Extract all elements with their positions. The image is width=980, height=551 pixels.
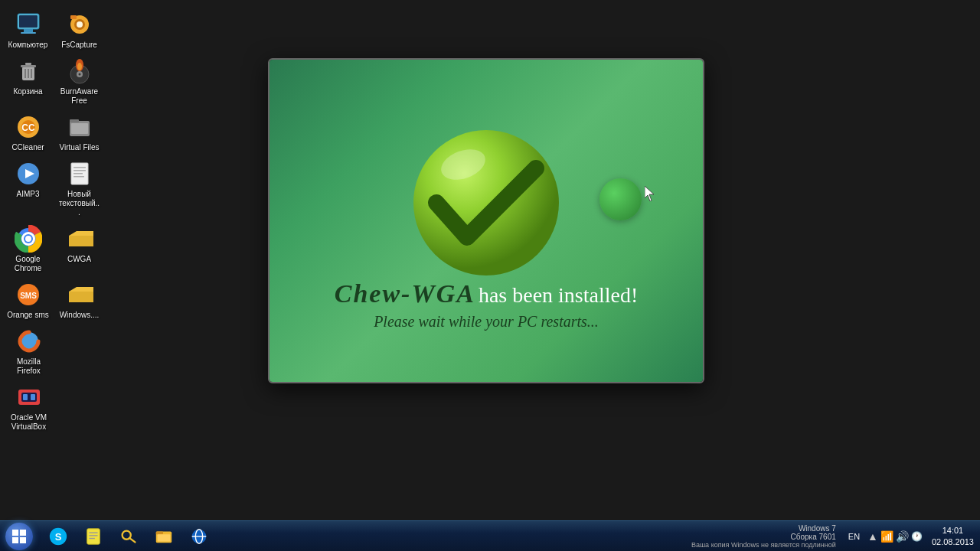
notepad-icon-label: Новый текстовый... [58,190,100,217]
svg-point-6 [77,21,83,28]
orange-icon-label: Orange sms [7,311,48,320]
svg-point-41 [24,336,34,347]
taskbar: S [0,520,980,551]
svg-rect-10 [25,63,31,65]
popup-title-installed: has been installed! [479,283,638,308]
svg-marker-48 [645,186,654,201]
svg-rect-39 [69,292,93,302]
cwga-icon [66,225,93,253]
taskbar-skype[interactable]: S [41,523,75,550]
taskbar-keymgr[interactable] [112,523,145,550]
computer-icon [15,11,42,38]
svg-point-16 [78,73,80,76]
notepad-icon [66,160,93,187]
svg-text:CC: CC [21,122,35,133]
virtualfiles-icon [66,113,93,141]
icon-row-1: Корзина BurnAware Free [4,54,103,109]
svg-rect-36 [69,236,93,246]
notice-label: Ваша копия Windows не является подлинной [691,541,836,549]
taskbar-explorer[interactable] [147,523,181,550]
svg-rect-63 [158,534,171,541]
system-tray-icons: ▲ 📶 🔊 🕐 [867,530,923,543]
check-ball [402,111,570,279]
popup-title-line: Chew-WGA has been installed! [335,279,639,308]
svg-rect-55 [87,528,100,543]
svg-rect-52 [20,537,26,543]
oracle-icon [15,383,43,411]
computer-icon-label: Компьютер [8,41,48,50]
svg-rect-2 [21,32,36,34]
svg-rect-24 [71,123,88,134]
svg-line-60 [129,537,135,542]
tray-chevron-icon[interactable]: ▲ [867,530,878,543]
desktop-icon-ccleaner[interactable]: CC CCleaner [4,110,52,155]
desktop-icon-orange[interactable]: SMS Orange sms [4,278,52,323]
desktop-icon-aimp[interactable]: AIMP3 [4,157,52,220]
fscapture-icon [66,11,93,38]
cwga-icon-label: CWGA [67,255,91,264]
svg-rect-7 [70,15,77,19]
clock-time: 14:01 [942,525,964,536]
virtualfiles-icon-label: Virtual Files [59,143,99,152]
desktop-icon-windows-folder[interactable]: Windows.... [55,278,103,323]
popup-subtitle: Please wait while your PC restarts... [335,313,639,331]
build-label: Сборка 7601 [791,533,836,541]
cursor-pointer [645,186,657,201]
burnaware-icon-label: BurnAware Free [58,87,100,106]
ccleaner-icon: CC [15,113,42,141]
windows-notice: Windows 7 Сборка 7601 Ваша копия Windows… [691,524,836,549]
popup-text-block: Chew-WGA has been installed! Please wait… [335,279,639,331]
tray-volume-icon[interactable]: 🔊 [896,530,909,543]
taskbar-notes[interactable] [77,523,110,550]
taskbar-ie[interactable] [182,523,216,550]
svg-rect-56 [89,532,97,533]
svg-rect-29 [74,170,86,171]
icon-row-0: Компьютер FsCapture [4,8,103,53]
orange-icon: SMS [15,281,42,308]
trash-icon-label: Корзина [13,87,42,96]
svg-rect-23 [70,119,79,122]
icon-row-2: CC CCleaner Virtual Files [4,110,103,155]
icon-row-7: Oracle VMVirtualBox [4,380,103,435]
popup-window: Chew-WGA has been installed! Please wait… [268,58,704,383]
desktop-icon-firefox[interactable]: MozillaFirefox [4,324,54,379]
icon-row-5: SMS Orange sms Windows.... [4,278,103,323]
svg-rect-57 [89,535,97,536]
start-button[interactable] [0,522,38,551]
desktop-icon-virtualfiles[interactable]: Virtual Files [55,110,103,155]
tray-clock-icon: 🕐 [911,531,923,542]
svg-rect-49 [12,530,18,536]
desktop-icon-notepad[interactable]: Новый текстовый... [55,157,103,220]
desktop-icon-burnaware[interactable]: BurnAware Free [55,54,103,109]
chrome-icon-label: GoogleChrome [15,255,42,273]
windows-label: Windows 7 [799,524,836,533]
svg-rect-3 [19,15,38,28]
icon-row-3: AIMP3 Новый текстовый... [4,157,103,220]
desktop-icon-oracle[interactable]: Oracle VMVirtualBox [4,380,54,435]
taskbar-clock[interactable]: 14:01 02.08.2013 [932,525,974,547]
svg-rect-31 [74,176,84,178]
clock-date: 02.08.2013 [932,536,974,547]
taskbar-right: Windows 7 Сборка 7601 Ваша копия Windows… [691,522,980,551]
desktop-icon-fscapture[interactable]: FsCapture [55,8,103,53]
desktop-icons-area: Компьютер FsCapture [0,0,107,520]
svg-rect-9 [21,65,36,67]
desktop-icon-chrome[interactable]: GoogleChrome [4,222,52,276]
tray-network-icon[interactable]: 📶 [880,530,893,543]
svg-rect-28 [74,167,86,168]
desktop-icon-trash[interactable]: Корзина [4,54,52,109]
svg-text:SMS: SMS [20,292,37,300]
svg-point-18 [77,63,82,70]
firefox-icon-label: MozillaFirefox [17,357,41,376]
desktop-icon-computer[interactable]: Компьютер [4,8,52,53]
burnaware-icon [66,57,93,85]
icon-row-4: GoogleChrome CWGA [4,222,103,276]
svg-rect-51 [12,537,18,543]
svg-rect-45 [31,394,35,400]
svg-rect-30 [74,173,83,174]
language-indicator[interactable]: EN [848,532,860,541]
popup-title-chew: Chew-WGA [335,279,475,308]
desktop-icon-cwga[interactable]: CWGA [55,222,103,276]
start-orb[interactable] [5,523,33,550]
svg-rect-44 [23,394,28,400]
